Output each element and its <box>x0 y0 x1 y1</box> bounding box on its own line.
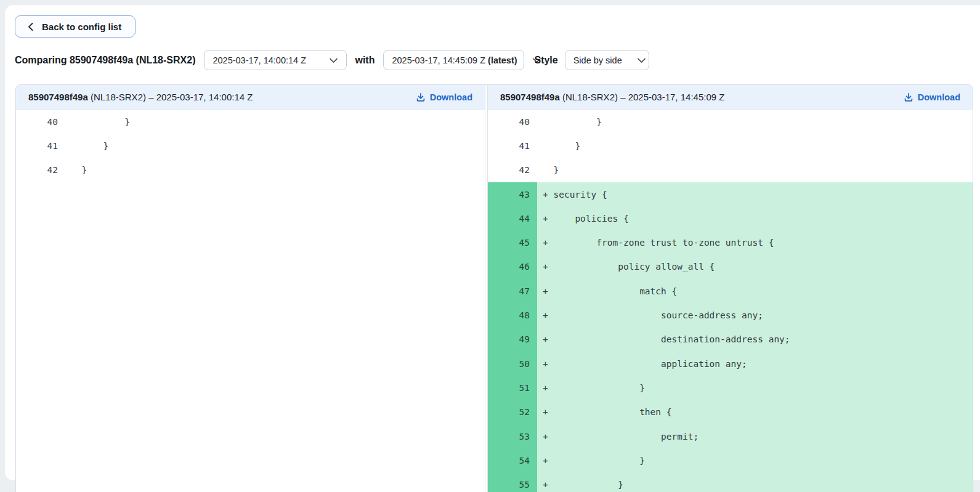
diff-pane-right: 85907498f49a (NL18-SRX2) – 2025-03-17, 1… <box>488 85 973 492</box>
style-label: Style <box>534 55 557 66</box>
code-line: 41 } <box>488 134 973 158</box>
line-content: + security { <box>537 182 973 206</box>
code-line: 49+ destination-address any; <box>488 328 973 352</box>
config-title-rest: (NL18-SRX2) – 2025-03-17, 14:00:14 Z <box>88 92 253 102</box>
line-content: + policies { <box>537 206 973 230</box>
chevron-down-icon <box>314 46 338 75</box>
download-label: Download <box>918 92 960 102</box>
line-number: 44 <box>488 206 537 230</box>
line-number: 51 <box>488 376 537 400</box>
code-line: 48+ source-address any; <box>488 303 973 327</box>
code-line: 45+ from-zone trust to-zone untrust { <box>488 230 973 254</box>
download-icon <box>416 92 426 102</box>
to-version-select[interactable]: 2025-03-17, 14:45:09 Z (latest) <box>383 50 524 70</box>
line-content: + match { <box>537 279 973 303</box>
line-content: + application any; <box>537 352 973 376</box>
code-line: 42 } <box>16 158 485 182</box>
pane-header-left: 85907498f49a (NL18-SRX2) – 2025-03-17, 1… <box>16 85 485 110</box>
line-number: 47 <box>488 279 537 303</box>
code-line: 53+ permit; <box>488 424 973 448</box>
line-number: 52 <box>488 400 537 424</box>
style-select[interactable]: Side by side <box>565 50 649 70</box>
line-number: 50 <box>488 352 537 376</box>
code-line: 50+ application any; <box>488 352 973 376</box>
line-number: 49 <box>488 328 537 352</box>
line-number: 41 <box>16 134 65 158</box>
line-content: } <box>65 158 485 182</box>
line-number: 40 <box>16 110 65 134</box>
code-line: 51+ } <box>488 376 973 400</box>
line-content: + } <box>537 448 973 472</box>
line-content: } <box>537 110 973 134</box>
to-version-value: 2025-03-17, 14:45:09 Z <box>392 55 485 65</box>
line-number: 55 <box>488 472 537 492</box>
code-line: 43+ security { <box>488 182 973 206</box>
comparing-label: Comparing 85907498f49a (NL18-SRX2) <box>15 55 195 66</box>
latest-badge: (latest) <box>488 55 517 65</box>
config-title-rest: (NL18-SRX2) – 2025-03-17, 14:45:09 Z <box>560 92 725 102</box>
line-number: 41 <box>488 134 537 158</box>
line-number: 45 <box>488 230 537 254</box>
with-label: with <box>355 55 375 66</box>
line-number: 53 <box>488 424 537 448</box>
line-content: + from-zone trust to-zone untrust { <box>537 230 973 254</box>
code-line: 47+ match { <box>488 279 973 303</box>
line-content: } <box>65 134 485 158</box>
code-pane-left[interactable]: 40 }41 }42 } <box>16 110 485 492</box>
code-line: 41 } <box>16 134 485 158</box>
back-to-config-list-button[interactable]: Back to config list <box>15 15 136 38</box>
line-content: + permit; <box>537 424 973 448</box>
line-content: + destination-address any; <box>537 328 973 352</box>
line-number: 48 <box>488 303 537 327</box>
line-number: 42 <box>16 158 65 182</box>
line-content: } <box>537 158 973 182</box>
download-icon <box>904 92 913 102</box>
line-number: 54 <box>488 448 537 472</box>
code-line: 54+ } <box>488 448 973 472</box>
line-content: + then { <box>537 400 973 424</box>
line-number: 42 <box>488 158 537 182</box>
from-version-value: 2025-03-17, 14:00:14 Z <box>213 55 306 65</box>
style-value: Side by side <box>573 55 622 65</box>
back-button-label: Back to config list <box>42 22 121 32</box>
from-version-select[interactable]: 2025-03-17, 14:00:14 Z <box>204 50 347 70</box>
line-number: 46 <box>488 255 537 279</box>
code-line: 46+ policy allow_all { <box>488 255 973 279</box>
chevron-down-icon <box>622 46 646 75</box>
code-line: 55+ } <box>488 472 973 492</box>
line-content: + } <box>537 472 973 492</box>
code-line: 40 } <box>16 110 485 134</box>
line-content: + source-address any; <box>537 303 973 327</box>
config-id: 85907498f49a <box>28 92 88 102</box>
code-line: 40 } <box>488 110 973 134</box>
line-number: 40 <box>488 110 537 134</box>
download-link-left[interactable]: Download <box>416 92 472 102</box>
code-line: 52+ then { <box>488 400 973 424</box>
line-content: } <box>65 110 485 134</box>
line-number: 43 <box>488 182 537 206</box>
download-label: Download <box>430 92 472 102</box>
diff-pane-left: 85907498f49a (NL18-SRX2) – 2025-03-17, 1… <box>16 85 485 492</box>
download-link-right[interactable]: Download <box>904 92 960 102</box>
line-content: } <box>537 134 973 158</box>
compare-controls: Comparing 85907498f49a (NL18-SRX2) 2025-… <box>15 50 649 70</box>
chevron-left-icon <box>27 22 34 31</box>
code-line: 42 } <box>488 158 973 182</box>
line-content: + policy allow_all { <box>537 255 973 279</box>
diff-container: 85907498f49a (NL18-SRX2) – 2025-03-17, 1… <box>15 84 973 492</box>
code-pane-right[interactable]: 40 }41 }42 }43+ security {44+ policies {… <box>488 110 973 492</box>
line-content: + } <box>537 376 973 400</box>
code-line: 44+ policies { <box>488 206 973 230</box>
pane-header-right: 85907498f49a (NL18-SRX2) – 2025-03-17, 1… <box>488 85 973 110</box>
config-id: 85907498f49a <box>500 92 560 102</box>
